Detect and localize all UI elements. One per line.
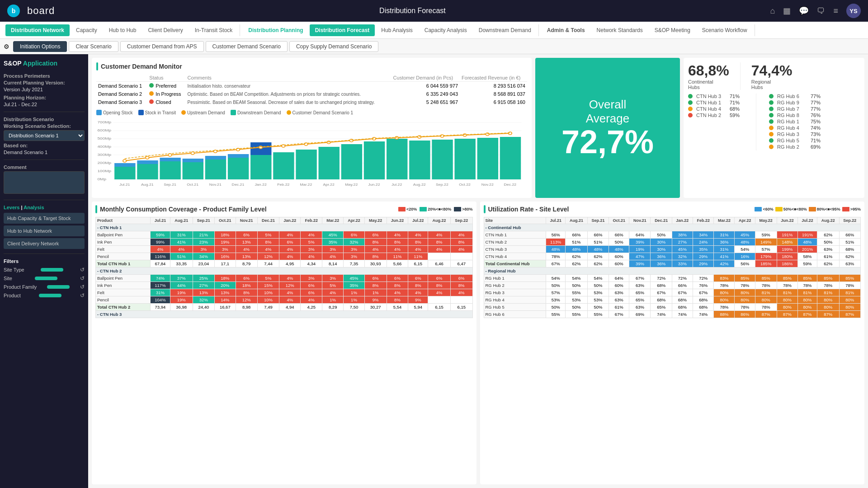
- filter-reset-site-type[interactable]: ↺: [80, 267, 85, 273]
- util-data-row: Total Continental Hub67%62%62%60%39%36%3…: [484, 260, 861, 267]
- filter-label-product: Product: [4, 293, 21, 298]
- home-icon[interactable]: ⌂: [770, 6, 775, 16]
- nav-scenario-workflow[interactable]: Scenario Workflow: [697, 24, 753, 36]
- filter-reset-product-family[interactable]: ↺: [80, 284, 85, 290]
- util-cell: 81%: [798, 289, 817, 296]
- util-cell: 67%: [609, 311, 629, 318]
- util-cell: 55%: [587, 311, 609, 318]
- rg-hub-name: RG Hub 9: [777, 100, 809, 105]
- svg-text:Aug.21: Aug.21: [141, 183, 154, 187]
- coverage-cell: 1%: [344, 289, 364, 296]
- coverage-data-row: Total CTN Hub 273,9436,9824,4016,678,987…: [96, 304, 473, 311]
- coverage-cell: 4,25: [301, 304, 322, 311]
- coverage-cell: [450, 296, 472, 304]
- coverage-cell: 45%: [344, 275, 364, 282]
- util-table-scroll[interactable]: SiteJul.21Aug.21Sep.21Oct.21Nov.21Dec.21…: [484, 217, 861, 318]
- nav-capacity[interactable]: Capacity: [71, 24, 103, 36]
- hub-stats-header: 68,8% ContinentalHubs 74,4% RegionalHubs: [688, 62, 860, 90]
- grid-icon[interactable]: ▦: [783, 6, 791, 16]
- coverage-cell: 51%: [170, 253, 193, 260]
- util-cell: 191%: [798, 231, 817, 239]
- util-cell: 63%: [609, 289, 629, 296]
- coverage-data-row: Pencil116%51%34%16%13%12%4%4%4%3%8%11%11…: [96, 253, 473, 260]
- rg-hub-pct: 77%: [811, 94, 824, 99]
- nav-client-delivery[interactable]: Client Delivery: [142, 24, 188, 36]
- avatar[interactable]: YS: [846, 4, 861, 18]
- util-cell: 66%: [609, 231, 629, 239]
- monthly-coverage-title: Monthly Consumption Coverage - Product F…: [95, 205, 473, 213]
- coverage-col-month: Jan.22: [279, 217, 301, 224]
- coverage-cell: 5%: [301, 239, 322, 246]
- coverage-cell: 18%: [236, 282, 257, 289]
- nav-downstream[interactable]: Downstream Demand: [473, 24, 537, 36]
- util-cell: 62%: [817, 231, 839, 239]
- util-group-name: - Regional Hub: [484, 267, 861, 275]
- coverage-row-name: Ballpoint Pen: [96, 275, 151, 282]
- util-row-name: RG Hub 5: [484, 304, 546, 311]
- nav-in-transit[interactable]: In-Transit Stock: [189, 24, 238, 36]
- subnav-clear-scenario[interactable]: Clear Scenario: [69, 41, 118, 52]
- nav-hub-analysis[interactable]: Hub Analysis: [376, 24, 418, 36]
- filter-reset-site[interactable]: ↺: [80, 275, 85, 282]
- util-cell: 51%: [587, 239, 609, 246]
- nav-sop-meeting[interactable]: S&OP Meeting: [649, 24, 696, 36]
- chat-icon[interactable]: 💬: [799, 6, 809, 16]
- svg-rect-37: [409, 141, 430, 179]
- util-cell: 81%: [755, 289, 777, 296]
- coverage-cell: 4%: [236, 246, 257, 253]
- dm-row-demand: 6 335 249 043: [392, 90, 460, 98]
- chart-legend: Opening Stock Stock in Transit Upstream …: [96, 110, 527, 115]
- svg-rect-20: [160, 161, 180, 179]
- hub-divider-middle: [756, 94, 756, 150]
- menu-icon[interactable]: ≡: [833, 6, 838, 16]
- sidebar: S&OP Application Process Perimeters Curr…: [0, 54, 88, 488]
- message-icon[interactable]: 🗨: [817, 6, 825, 16]
- coverage-table-scroll[interactable]: ProductJul.21Aug.21Sep.21Oct.21Nov.21Dec…: [95, 217, 473, 318]
- sidebar-app-title: S&OP Application: [4, 60, 85, 67]
- sidebar-nav-hub-capacity[interactable]: Hub Capacity & Target Stock: [4, 213, 85, 224]
- nav-capacity-analysis[interactable]: Capacity Analysis: [419, 24, 472, 36]
- rg-hub-name: RG Hub 5: [777, 138, 809, 143]
- coverage-row-name: Total CTN Hub 1: [96, 260, 151, 267]
- coverage-row-name: Ink Pen: [96, 282, 151, 289]
- util-cell: 80%: [735, 289, 755, 296]
- util-data-table: SiteJul.21Aug.21Sep.21Oct.21Nov.21Dec.21…: [484, 217, 861, 318]
- coverage-cell: 3%: [301, 275, 322, 282]
- subnav-copy-supply[interactable]: Copy Supply Demand Scenario: [289, 41, 378, 52]
- coverage-cell: 5,54: [387, 304, 408, 311]
- coverage-col-month: Oct.21: [215, 217, 236, 224]
- sidebar-comment-textarea[interactable]: [4, 171, 85, 194]
- regional-hubs-block: 74,4% RegionalHubs: [751, 62, 793, 90]
- filter-reset-product[interactable]: ↺: [80, 292, 85, 299]
- nav-admin[interactable]: Admin & Tools: [542, 24, 590, 36]
- util-cell: 55%: [546, 311, 566, 318]
- util-cell: 80%: [817, 296, 839, 304]
- distribution-forecast-chart: 700Mp 600Mp 500Mp 400Mp 300Mp 200Mp 100M…: [96, 118, 527, 195]
- sidebar-nav-client-delivery[interactable]: Client Delivery Network: [4, 238, 85, 249]
- nav-distribution-planning[interactable]: Distribution Planning: [243, 24, 308, 36]
- nav-network-standards[interactable]: Network Standards: [591, 24, 648, 36]
- svg-rect-18: [137, 164, 158, 179]
- util-cell: 30%: [651, 239, 672, 246]
- coverage-cell: 36,98: [170, 304, 193, 311]
- coverage-cell: 12%: [279, 282, 301, 289]
- dm-row-comment: Initialisation histo. conservateur: [186, 82, 392, 90]
- nav-hub-to-hub[interactable]: Hub to Hub: [104, 24, 142, 36]
- subnav-customer-demand-scenario[interactable]: Customer Demand Scenario: [206, 41, 288, 52]
- util-cell: 65%: [629, 296, 651, 304]
- continental-hub-row: CTN Hub 371%: [688, 94, 743, 99]
- subnav-customer-demand-aps[interactable]: Customer Demand from APS: [120, 41, 204, 52]
- svg-rect-35: [364, 141, 385, 179]
- util-cell: 80%: [798, 296, 817, 304]
- coverage-cell: 32%: [193, 296, 214, 304]
- util-cell: 65%: [651, 304, 672, 311]
- util-cell: 47%: [629, 253, 651, 260]
- coverage-data-row: Ballpoint Pen59%31%21%18%6%5%4%4%45%6%6%…: [96, 231, 473, 239]
- nav-distribution-forecast[interactable]: Distribution Forecast: [310, 24, 375, 36]
- nav-distribution-network[interactable]: Distribution Network: [5, 24, 70, 36]
- sidebar-scenario-select[interactable]: Distribution Scenario 1: [4, 130, 85, 141]
- util-cell: 54%: [546, 275, 566, 282]
- sidebar-nav-hub-network[interactable]: Hub to Hub Network: [4, 225, 85, 236]
- subnav-initiation-options[interactable]: Initiation Options: [13, 41, 67, 52]
- coverage-cell: 5%: [257, 231, 279, 239]
